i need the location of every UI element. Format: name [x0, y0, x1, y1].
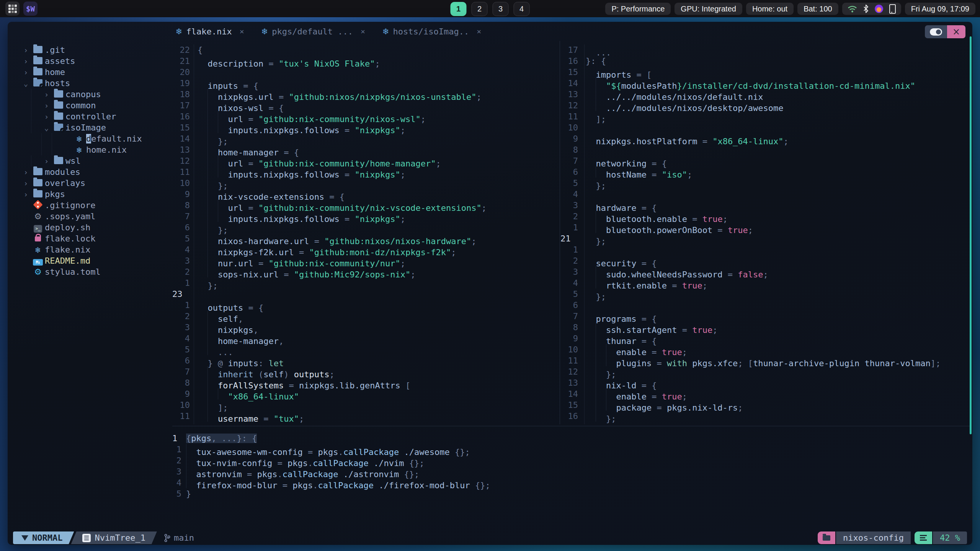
- tree-item-isoImage[interactable]: ⌄isoImage: [8, 122, 173, 133]
- phone-icon[interactable]: [889, 4, 896, 14]
- code-line[interactable]: 7programs = {: [560, 311, 970, 322]
- code-line[interactable]: 8ssh.startAgent = true;: [560, 322, 970, 333]
- code-line[interactable]: 6: [560, 300, 970, 311]
- code-line[interactable]: 1tux-awesome-wm-config = pkgs.callPackag…: [172, 444, 969, 455]
- code-line[interactable]: 12../../modules/nixos/desktop/awesome: [560, 100, 970, 111]
- code-line[interactable]: 8url = "github:nix-community/nix-vscode-…: [172, 200, 559, 211]
- tree-item-README.md[interactable]: M↓README.md: [8, 255, 173, 266]
- code-line[interactable]: 4firefox-mod-blur = pkgs.callPackage ./f…: [172, 477, 969, 488]
- window-close-button[interactable]: ×: [947, 25, 965, 38]
- tree-item-flake.lock[interactable]: flake.lock: [8, 233, 173, 244]
- tree-item-overlays[interactable]: ›overlays: [8, 178, 173, 189]
- workspace-switcher-button[interactable]: $W: [23, 2, 38, 16]
- editor-flake-nix[interactable]: 22{21description = "tux's NixOS Flake";2…: [172, 44, 559, 422]
- tree-item-.git[interactable]: ›.git: [8, 44, 173, 55]
- code-line[interactable]: 3astronvim = pkgs.callPackage ./astronvi…: [172, 466, 969, 477]
- code-line[interactable]: 3sudo.wheelNeedsPassword = false;: [560, 266, 970, 277]
- tree-item-default.nix[interactable]: ❄default.nix: [8, 133, 173, 144]
- editor-pkgs-default-nix[interactable]: 1{pkgs, ...}: {1tux-awesome-wm-config = …: [172, 433, 969, 499]
- code-line[interactable]: 1: [560, 244, 970, 255]
- workspace-1[interactable]: 1: [451, 2, 467, 16]
- code-line[interactable]: 1{pkgs, ...}: {: [172, 433, 969, 444]
- vpn-icon[interactable]: [875, 5, 883, 13]
- code-line[interactable]: 15inputs.nixpkgs.follows = "nixpkgs";: [172, 122, 559, 133]
- tree-item-common[interactable]: ›common: [8, 100, 173, 111]
- code-line[interactable]: 9nix-vscode-extensions = {: [172, 189, 559, 200]
- tree-item-.sops.yaml[interactable]: ⚙.sops.yaml: [8, 211, 173, 222]
- code-line[interactable]: 11inputs.nixpkgs.follows = "nixpkgs";: [172, 166, 559, 178]
- tree-item-controller[interactable]: ›controller: [8, 111, 173, 122]
- code-line[interactable]: 13nix-ld = {: [560, 377, 970, 388]
- code-line[interactable]: 12url = "github:nix-community/home-manag…: [172, 155, 559, 166]
- app-launcher-button[interactable]: [5, 2, 20, 16]
- tree-item-assets[interactable]: ›assets: [8, 55, 173, 67]
- code-line[interactable]: 21description = "tux's NixOS Flake";: [172, 55, 559, 67]
- tree-item-wsl[interactable]: ›wsl: [8, 155, 173, 166]
- code-line[interactable]: 3hardware = {: [560, 200, 970, 211]
- code-line[interactable]: 5nixos-hardware.url = "github:nixos/nixo…: [172, 233, 559, 244]
- code-line[interactable]: 4home-manager,: [172, 333, 559, 344]
- vertical-split-divider[interactable]: [560, 41, 560, 424]
- code-line[interactable]: 15imports = [: [560, 67, 970, 78]
- bluetooth-icon[interactable]: [863, 5, 869, 13]
- code-line[interactable]: 9nixpkgs.hostPlatform = "x86_64-linux";: [560, 133, 970, 144]
- code-line[interactable]: 1outputs = {: [172, 300, 559, 311]
- tree-item-canopus[interactable]: ›canopus: [8, 89, 173, 100]
- code-line[interactable]: 9thunar = {: [560, 333, 970, 344]
- code-line[interactable]: 23: [172, 289, 559, 300]
- tree-item-stylua.toml[interactable]: ⚙stylua.toml: [8, 266, 173, 277]
- code-line[interactable]: 2tux-nvim-config = pkgs.callPackage ./nv…: [172, 455, 969, 466]
- clock[interactable]: Fri Aug 09, 17:09: [905, 3, 975, 15]
- horizontal-split-divider[interactable]: [172, 426, 970, 426]
- tab-close-icon[interactable]: ×: [361, 27, 365, 36]
- tab-pkgs/default ...[interactable]: ❄pkgs/default ...×: [262, 26, 365, 37]
- tab-close-icon[interactable]: ×: [477, 27, 481, 36]
- code-line[interactable]: 7inputs.nixpkgs.follows = "nixpkgs";: [172, 211, 559, 222]
- code-line[interactable]: 13home-manager = {: [172, 144, 559, 155]
- code-line[interactable]: 6hostName = "iso";: [560, 166, 970, 178]
- editor-iso-default-nix[interactable]: 17...16}: {15imports = [14"${modulesPath…: [560, 44, 970, 422]
- tree-item-pkgs[interactable]: ›pkgs: [8, 189, 173, 200]
- code-line[interactable]: 18nixpkgs.url = "github:nixos/nixpkgs/ni…: [172, 89, 559, 100]
- workspace-3[interactable]: 3: [493, 2, 509, 16]
- code-line[interactable]: 10enable = true;: [560, 344, 970, 355]
- tab-hosts/isoImag..[interactable]: ❄hosts/isoImag..×: [383, 26, 481, 37]
- scrollbar[interactable]: [970, 36, 972, 434]
- code-line[interactable]: 7networking = {: [560, 155, 970, 166]
- code-line[interactable]: 1bluetooth.powerOnBoot = true;: [560, 222, 970, 233]
- status-pill-0[interactable]: P: Performance: [605, 3, 671, 15]
- code-line[interactable]: 4: [560, 189, 970, 200]
- code-line[interactable]: 14enable = true;: [560, 388, 970, 399]
- code-line[interactable]: 14"${modulesPath}/installer/cd-dvd/insta…: [560, 78, 970, 89]
- window-toggle-button[interactable]: [925, 25, 947, 38]
- code-line[interactable]: 16}: {: [560, 55, 970, 67]
- code-line[interactable]: 19inputs = {: [172, 78, 559, 89]
- workspace-2[interactable]: 2: [472, 2, 488, 16]
- code-line[interactable]: 22{: [172, 44, 559, 55]
- code-line[interactable]: 15package = pkgs.nix-ld-rs;: [560, 399, 970, 411]
- tree-item-.gitignore[interactable]: .gitignore: [8, 200, 173, 211]
- wifi-icon[interactable]: [848, 5, 857, 13]
- code-line[interactable]: 3nur.url = "github:nix-community/nur";: [172, 255, 559, 266]
- status-pill-1[interactable]: GPU: Integrated: [675, 3, 742, 15]
- tab-close-icon[interactable]: ×: [240, 27, 244, 36]
- code-line[interactable]: 10: [560, 122, 970, 133]
- code-line[interactable]: 2bluetooth.enable = true;: [560, 211, 970, 222]
- git-branch-segment[interactable]: main: [157, 531, 201, 544]
- status-pill-2[interactable]: Home: out: [746, 3, 794, 15]
- code-line[interactable]: 2security = {: [560, 255, 970, 266]
- tree-item-deploy.sh[interactable]: >_deploy.sh: [8, 222, 173, 233]
- code-line[interactable]: 16url = "github:nix-community/nixos-wsl"…: [172, 111, 559, 122]
- code-line[interactable]: 2sops-nix.url = "github:Mic92/sops-nix";: [172, 266, 559, 277]
- code-line[interactable]: 2self,: [172, 311, 559, 322]
- code-line[interactable]: 7inherit (self) outputs;: [172, 366, 559, 377]
- buffer-name-segment[interactable]: NvimTree_1: [71, 531, 157, 544]
- tree-item-home.nix[interactable]: ❄home.nix: [8, 144, 173, 155]
- tab-flake.nix[interactable]: ❄flake.nix×: [176, 26, 244, 37]
- code-line[interactable]: 5...: [172, 344, 559, 355]
- code-line[interactable]: 11plugins = with pkgs.xfce; [thunar-arch…: [560, 355, 970, 366]
- code-line[interactable]: 4nixpkgs-f2k.url = "github:moni-dz/nixpk…: [172, 244, 559, 255]
- status-pill-3[interactable]: Bat: 100: [797, 3, 838, 15]
- code-line[interactable]: 11username = "tux";: [172, 411, 559, 422]
- code-line[interactable]: 8forAllSystems = nixpkgs.lib.genAttrs [: [172, 377, 559, 388]
